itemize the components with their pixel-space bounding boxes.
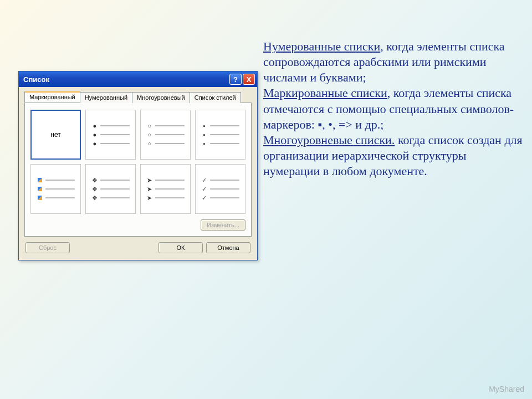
bullet-option-image[interactable]	[30, 164, 81, 214]
square-icon: ▪	[201, 122, 208, 129]
inner-button-row: Изменить...	[30, 219, 245, 231]
tab-panel: нет ● ● ● ○ ○ ○	[24, 103, 252, 237]
dialog-body: Маркированный Нумерованный Многоуровневы…	[19, 87, 257, 260]
bullet-option-square[interactable]: ▪ ▪ ▪	[195, 110, 245, 160]
image-bullet-icon	[37, 177, 43, 183]
close-button[interactable]: X	[243, 74, 255, 85]
tabs: Маркированный Нумерованный Многоуровневы…	[24, 91, 252, 103]
bullet-option-check[interactable]: ✓ ✓ ✓	[195, 164, 245, 214]
ok-button[interactable]: ОК	[158, 242, 203, 253]
disc-icon: ●	[91, 122, 98, 129]
reset-button[interactable]: Сброс	[25, 242, 70, 253]
bullet-option-diamond[interactable]: ❖ ❖ ❖	[85, 164, 136, 214]
bullet-grid: нет ● ● ● ○ ○ ○	[30, 110, 245, 214]
tab-bulleted[interactable]: Маркированный	[24, 91, 80, 103]
tab-numbered[interactable]: Нумерованный	[80, 92, 132, 103]
term-bulleted: Маркированные списки	[263, 86, 387, 100]
chevron-icon: ➤	[146, 177, 153, 184]
tab-stylelist[interactable]: Список стилей	[190, 92, 241, 103]
term-numbered: Нумерованные списки	[263, 39, 380, 53]
modify-button[interactable]: Изменить...	[201, 219, 245, 231]
dialog-title: Список	[23, 75, 228, 84]
titlebar[interactable]: Список ? X	[19, 71, 257, 87]
outer-button-row: Сброс ОК Отмена	[24, 242, 252, 253]
term-multilevel: Многоуровневые списки.	[263, 133, 395, 147]
diamond-icon: ❖	[91, 177, 98, 184]
bullet-option-none[interactable]: нет	[30, 110, 81, 160]
list-dialog: Список ? X Маркированный Нумерованный Мн…	[18, 71, 258, 260]
check-icon: ✓	[201, 177, 208, 184]
bullet-option-circle[interactable]: ○ ○ ○	[140, 110, 191, 160]
bullet-option-chevron[interactable]: ➤ ➤ ➤	[140, 164, 191, 214]
bullet-option-disc[interactable]: ● ● ●	[85, 110, 136, 160]
circle-icon: ○	[146, 122, 153, 129]
tab-multilevel[interactable]: Многоуровневый	[132, 92, 190, 103]
help-button[interactable]: ?	[229, 74, 242, 85]
description-text: Нумерованные списки, когда элементы спис…	[263, 39, 524, 179]
none-label: нет	[50, 131, 60, 139]
cancel-button[interactable]: Отмена	[206, 242, 250, 253]
watermark: MyShared	[489, 385, 524, 393]
